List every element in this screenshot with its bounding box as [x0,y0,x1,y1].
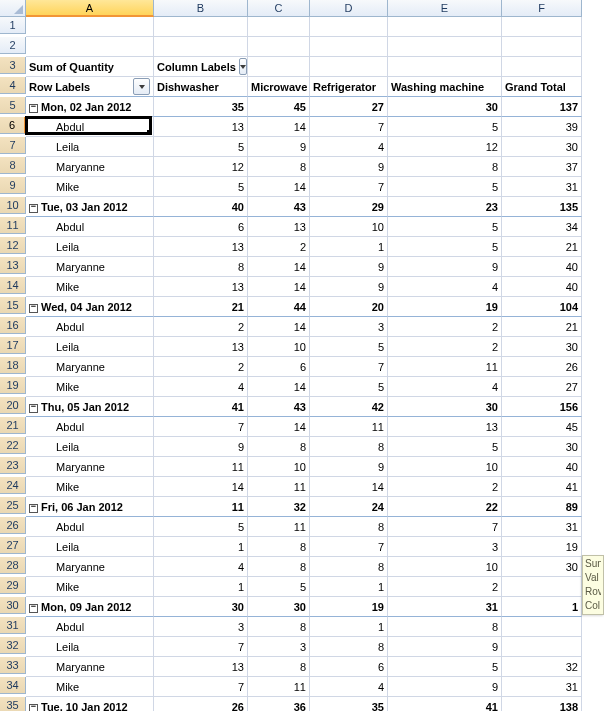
pivot-item-row[interactable]: Mike [26,377,154,397]
pivot-item-value[interactable]: 14 [248,417,310,437]
pivot-item-value[interactable]: 5 [388,237,502,257]
pivot-item-value[interactable]: 5 [310,377,388,397]
spreadsheet-grid[interactable]: ABCDEF123Sum of QuantityColumn Labels4Ro… [0,0,604,711]
column-header-E[interactable]: E [388,0,502,17]
pivot-group-value[interactable]: 43 [248,197,310,217]
pivot-item-value[interactable]: 9 [388,637,502,657]
pivot-item-value[interactable]: 11 [310,417,388,437]
pivot-item-value[interactable]: 11 [388,357,502,377]
cell[interactable] [248,37,310,57]
pivot-item-value[interactable]: 27 [502,377,582,397]
pivot-item-value[interactable]: 8 [248,617,310,637]
row-header[interactable]: 29 [0,577,26,594]
pivot-item-value[interactable]: 2 [388,477,502,497]
pivot-item-row[interactable]: Leila [26,137,154,157]
pivot-item-value[interactable]: 5 [388,117,502,137]
pivot-group-value[interactable]: 137 [502,97,582,117]
pivot-item-value[interactable]: 13 [154,657,248,677]
pivot-item-value[interactable]: 3 [310,317,388,337]
cell[interactable] [310,37,388,57]
cell[interactable] [388,37,502,57]
pivot-item-value[interactable]: 5 [154,137,248,157]
collapse-icon[interactable] [29,204,38,213]
row-header[interactable]: 13 [0,257,26,274]
pivot-item-value[interactable]: 12 [388,137,502,157]
pivot-item-value[interactable]: 40 [502,457,582,477]
row-header[interactable]: 26 [0,517,26,534]
row-header[interactable]: 30 [0,597,26,614]
pivot-item-value[interactable]: 13 [154,237,248,257]
pivot-item-value[interactable]: 6 [154,217,248,237]
pivot-group-row[interactable]: Mon, 02 Jan 2012 [26,97,154,117]
pivot-item-value[interactable]: 2 [154,317,248,337]
pivot-item-value[interactable]: 9 [310,157,388,177]
pivot-item-row[interactable]: Maryanne [26,557,154,577]
cell[interactable] [502,57,582,77]
pivot-item-value[interactable]: 9 [388,677,502,697]
pivot-item-value[interactable]: 1 [310,577,388,597]
row-header[interactable]: 8 [0,157,26,174]
pivot-item-value[interactable]: 7 [310,357,388,377]
pivot-item-value[interactable]: 7 [154,677,248,697]
pivot-group-value[interactable]: 23 [388,197,502,217]
pivot-item-value[interactable]: 21 [502,317,582,337]
pivot-item-value[interactable]: 13 [154,117,248,137]
pivot-group-value[interactable]: 104 [502,297,582,317]
pivot-column-header[interactable]: Grand Total [502,77,582,97]
pivot-item-row[interactable]: Mike [26,177,154,197]
pivot-item-row[interactable]: Mike [26,577,154,597]
pivot-group-row[interactable]: Tue, 03 Jan 2012 [26,197,154,217]
pivot-item-row[interactable]: Mike [26,677,154,697]
pivot-group-row[interactable]: Mon, 09 Jan 2012 [26,597,154,617]
row-header[interactable]: 6 [0,117,26,134]
row-header[interactable]: 3 [0,57,26,74]
pivot-item-value[interactable]: 40 [502,277,582,297]
pivot-item-value[interactable]: 1 [154,537,248,557]
pivot-item-value[interactable]: 9 [310,457,388,477]
pivot-group-value[interactable]: 35 [154,97,248,117]
pivot-item-value[interactable]: 8 [310,557,388,577]
pivot-item-value[interactable]: 10 [388,557,502,577]
cell[interactable] [388,57,502,77]
pivot-item-value[interactable]: 11 [248,517,310,537]
pivot-item-value[interactable]: 4 [388,277,502,297]
cell[interactable] [26,17,154,37]
pivot-item-value[interactable] [502,577,582,597]
row-header[interactable]: 27 [0,537,26,554]
pivot-item-row[interactable]: Maryanne [26,157,154,177]
pivot-item-value[interactable]: 2 [388,317,502,337]
pivot-item-value[interactable]: 8 [310,437,388,457]
pivot-item-value[interactable]: 14 [248,317,310,337]
pivot-item-value[interactable]: 3 [248,637,310,657]
pivot-group-value[interactable]: 43 [248,397,310,417]
pivot-item-value[interactable]: 30 [502,437,582,457]
row-header[interactable]: 32 [0,637,26,654]
pivot-item-row[interactable]: Leila [26,437,154,457]
pivot-item-value[interactable]: 45 [502,417,582,437]
pivot-item-value[interactable]: 2 [248,237,310,257]
pivot-item-value[interactable]: 1 [154,577,248,597]
pivot-group-value[interactable]: 31 [388,597,502,617]
column-header-B[interactable]: B [154,0,248,17]
pivot-item-value[interactable]: 14 [248,377,310,397]
collapse-icon[interactable] [29,404,38,413]
column-labels-cell[interactable]: Column Labels [154,57,248,77]
pivot-item-value[interactable]: 14 [310,477,388,497]
pivot-item-value[interactable]: 5 [248,577,310,597]
pivot-item-value[interactable]: 8 [248,657,310,677]
column-labels-dropdown[interactable] [239,58,247,75]
pivot-item-value[interactable]: 5 [388,217,502,237]
pivot-group-value[interactable]: 22 [388,497,502,517]
pivot-item-value[interactable]: 14 [248,257,310,277]
row-header[interactable]: 5 [0,97,26,114]
pivot-group-row[interactable]: Thu, 05 Jan 2012 [26,397,154,417]
pivot-item-value[interactable]: 2 [154,357,248,377]
pivot-group-value[interactable]: 135 [502,197,582,217]
pivot-item-value[interactable]: 9 [388,257,502,277]
row-header[interactable]: 35 [0,697,26,711]
pivot-item-value[interactable]: 30 [502,137,582,157]
pivot-item-value[interactable]: 30 [502,337,582,357]
pivot-item-value[interactable] [502,617,582,637]
pivot-item-row[interactable]: Maryanne [26,257,154,277]
pivot-item-value[interactable]: 14 [248,177,310,197]
